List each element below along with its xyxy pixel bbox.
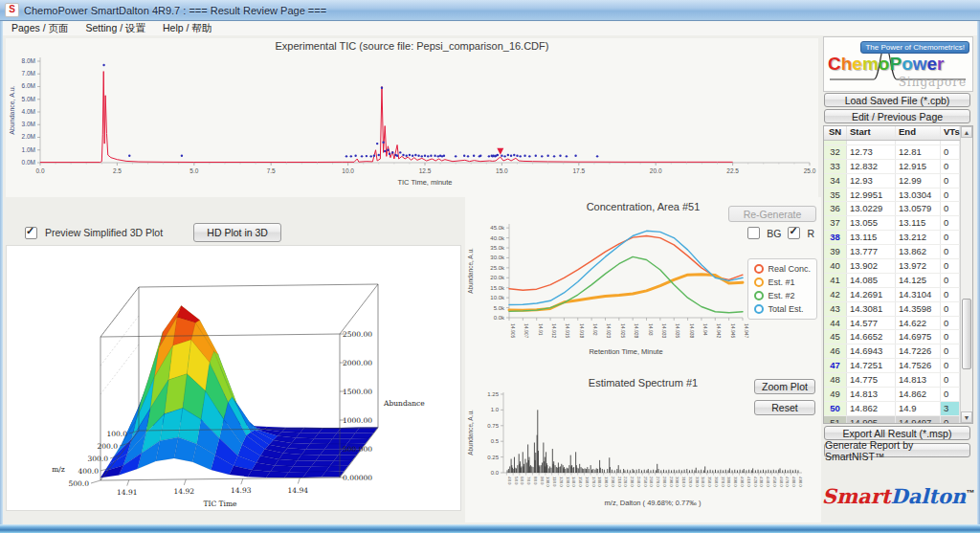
table-row[interactable]: 4614.694314.72260 xyxy=(824,344,972,359)
table-cell: 0 xyxy=(941,302,960,316)
table-row[interactable]: 5114.90514.94970 xyxy=(824,416,972,423)
table-cell: 0 xyxy=(941,259,960,273)
table-cell: 13.212 xyxy=(896,231,941,244)
legend-item[interactable]: Est. #1 xyxy=(754,276,811,289)
table-cell: 14.3104 xyxy=(896,288,941,301)
regenerate-button[interactable]: Re-Generate xyxy=(728,206,816,222)
svg-text:188.0: 188.0 xyxy=(597,477,602,487)
scroll-thumb[interactable] xyxy=(962,299,971,369)
svg-text:14.91: 14.91 xyxy=(117,488,137,497)
menu-pages[interactable]: Pages / 页面 xyxy=(3,21,78,36)
table-cell: 0 xyxy=(941,160,960,173)
svg-text:358.0: 358.0 xyxy=(707,477,712,487)
table-row[interactable]: 4814.77514.8130 xyxy=(824,373,972,388)
table-cell: 12.73 xyxy=(847,145,896,159)
menu-help[interactable]: Help / 帮助 xyxy=(154,21,220,36)
table-row[interactable]: 3412.9312.990 xyxy=(824,174,972,189)
table-row[interactable]: 4414.57714.6220 xyxy=(824,317,972,331)
legend-item[interactable]: Est. #2 xyxy=(754,289,811,302)
table-row[interactable]: 3813.11513.2120 xyxy=(824,231,972,245)
table-row[interactable]: 3212.7312.810 xyxy=(824,145,972,160)
table-cell: 46 xyxy=(824,344,847,358)
tic-chart[interactable]: 0.0M1.0M2.0M3.0M4.0M5.0M6.0M7.0M8.0M0.02… xyxy=(6,52,818,195)
svg-text:14.935: 14.935 xyxy=(675,323,680,339)
legend-item[interactable]: Real Conc. xyxy=(754,262,811,276)
svg-text:0.75: 0.75 xyxy=(487,423,499,429)
table-row[interactable]: 4714.725114.75260 xyxy=(824,359,972,373)
table-row[interactable]: 4214.269114.31040 xyxy=(824,288,972,302)
table-row[interactable]: 4314.308114.35980 xyxy=(824,302,972,317)
table-row[interactable]: 3913.77713.8620 xyxy=(824,245,972,259)
table-cell: 14.6652 xyxy=(847,330,896,344)
table-row[interactable]: 4013.90213.9720 xyxy=(824,259,972,274)
svg-text:15.0: 15.0 xyxy=(496,167,508,174)
column-header-end[interactable]: End xyxy=(896,126,941,140)
bg-checkbox[interactable] xyxy=(747,227,760,239)
load-saved-file-button[interactable]: Load Saved File (*.cpb) xyxy=(824,93,970,107)
table-cell: 31 xyxy=(824,141,847,144)
table-cell: 13.0229 xyxy=(847,202,896,215)
table-row[interactable]: 4914.81314.8620 xyxy=(824,388,972,402)
table-cell: 12.8005 xyxy=(896,141,941,144)
peak-table[interactable]: SNStartEndVTs 3112.707512.800503212.7312… xyxy=(823,125,973,424)
table-cell: 13.115 xyxy=(896,216,941,230)
table-cell: 0 xyxy=(941,245,960,258)
svg-text:1000.00: 1000.00 xyxy=(343,416,372,425)
svg-text:488.0: 488.0 xyxy=(791,477,796,487)
svg-text:0.0: 0.0 xyxy=(35,167,44,174)
scroll-up-arrow[interactable]: ▲ xyxy=(961,126,972,138)
svg-text:308.0: 308.0 xyxy=(675,477,679,487)
svg-text:288.0: 288.0 xyxy=(662,477,667,487)
svg-text:12.5: 12.5 xyxy=(419,167,432,174)
svg-text:108.0: 108.0 xyxy=(546,477,550,487)
titlebar[interactable]: S ChemoPower SmartDalton 4R9.7 : === Res… xyxy=(0,0,980,21)
table-cell: 0 xyxy=(941,274,960,287)
scroll-down-arrow[interactable]: ▼ xyxy=(961,411,972,423)
svg-text:14.947: 14.947 xyxy=(744,323,749,339)
generate-report-button[interactable]: Generate Report by SmartNIST™ xyxy=(824,443,970,457)
peak-table-body[interactable]: 3112.707512.800503212.7312.8103312.83212… xyxy=(824,141,972,423)
plot-3d-panel: 100.0200.0300.0400.0500.0m/z14.9114.9214… xyxy=(6,245,461,511)
table-scrollbar[interactable]: ▲ ▼ xyxy=(960,126,972,423)
svg-text:m/z, Dalton ( 49.68%; 0.77‰: m/z, Dalton ( 49.68%; 0.77‰ ) xyxy=(605,499,702,507)
svg-text:10.0k: 10.0k xyxy=(490,295,505,300)
column-header-sn[interactable]: SN xyxy=(824,126,847,140)
table-row[interactable]: 5014.86214.93 xyxy=(824,402,972,416)
column-header-start[interactable]: Start xyxy=(847,126,896,140)
r-checkbox[interactable] xyxy=(788,227,800,239)
table-cell: 50 xyxy=(824,402,847,415)
table-cell: 0 xyxy=(941,288,960,301)
legend-item[interactable]: Total Est. xyxy=(754,302,811,316)
column-header-vts[interactable]: VTs xyxy=(941,126,960,140)
zoom-plot-button[interactable]: Zoom Plot xyxy=(754,379,815,394)
smartdalton-logo: SmartDalton™ xyxy=(821,484,975,508)
svg-text:14.923: 14.923 xyxy=(606,323,612,339)
hd-plot-3d-button[interactable]: HD Plot in 3D xyxy=(193,223,281,242)
svg-text:3.0M: 3.0M xyxy=(22,121,35,127)
table-cell: 14.2691 xyxy=(847,288,896,301)
svg-text:328.0: 328.0 xyxy=(688,477,693,487)
svg-text:10.0: 10.0 xyxy=(342,167,354,174)
reset-button[interactable]: Reset xyxy=(754,400,815,415)
menubar: Pages / 页面 Setting / 设置 Help / 帮助 xyxy=(3,21,977,36)
preview-3d-checkbox[interactable] xyxy=(25,227,37,239)
table-row[interactable]: 3312.83212.9150 xyxy=(824,160,972,174)
svg-text:14.92: 14.92 xyxy=(174,487,195,496)
table-cell: 37 xyxy=(824,216,847,230)
table-row[interactable]: 4514.665214.69750 xyxy=(824,330,972,344)
table-row[interactable]: 3713.05513.1150 xyxy=(824,216,972,231)
svg-text:118.0: 118.0 xyxy=(552,477,557,487)
table-row[interactable]: 3512.995113.03040 xyxy=(824,189,972,203)
svg-text:14.905: 14.905 xyxy=(510,323,516,339)
table-row[interactable]: 4114.08514.1250 xyxy=(824,274,972,288)
edit-previous-page-button[interactable]: Edit / Previous Page xyxy=(824,109,970,123)
chemopower-logo-panel: The Power of Chemometrics! ChemoPower Si… xyxy=(823,36,973,92)
svg-text:2.5: 2.5 xyxy=(113,167,122,174)
table-cell: 14.3598 xyxy=(896,302,941,316)
table-row[interactable]: 3613.022913.05790 xyxy=(824,202,972,216)
plot-3d-surface[interactable]: 100.0200.0300.0400.0500.0m/z14.9114.9214… xyxy=(7,246,460,510)
svg-text:168.0: 168.0 xyxy=(585,477,590,487)
window-title: ChemoPower SmartDalton 4R9.7 : === Resul… xyxy=(24,5,326,16)
svg-text:2.0M: 2.0M xyxy=(22,133,35,140)
menu-setting[interactable]: Setting / 设置 xyxy=(78,21,154,36)
